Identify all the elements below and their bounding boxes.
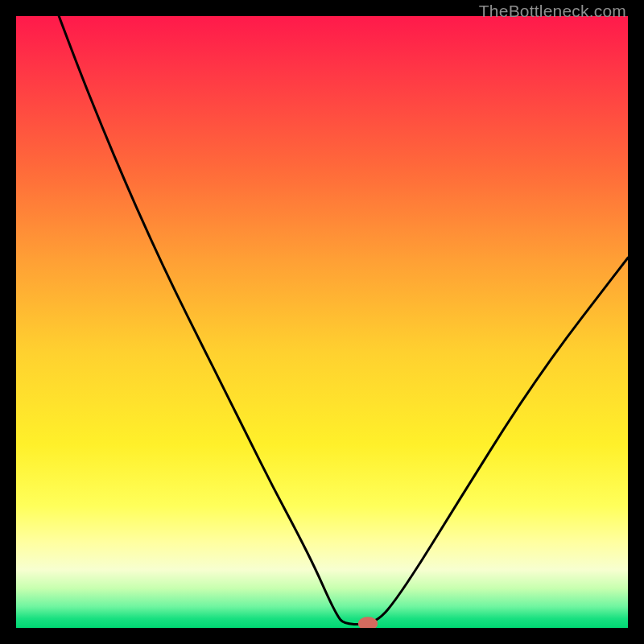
chart-background (16, 16, 628, 628)
chart-frame (16, 16, 628, 628)
watermark-label: TheBottleneck.com (479, 2, 626, 21)
bottleneck-chart (16, 16, 628, 628)
